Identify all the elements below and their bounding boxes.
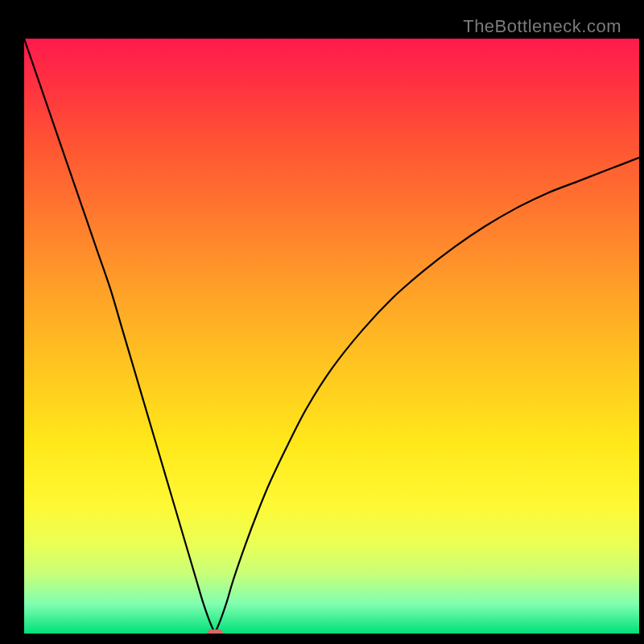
bottleneck-curve (24, 39, 639, 634)
curve-layer (24, 39, 639, 634)
notch-marker (207, 630, 223, 634)
attribution-text: TheBottleneck.com (463, 16, 621, 37)
chart-frame: TheBottleneck.com (10, 10, 634, 634)
plot-area (24, 39, 639, 634)
